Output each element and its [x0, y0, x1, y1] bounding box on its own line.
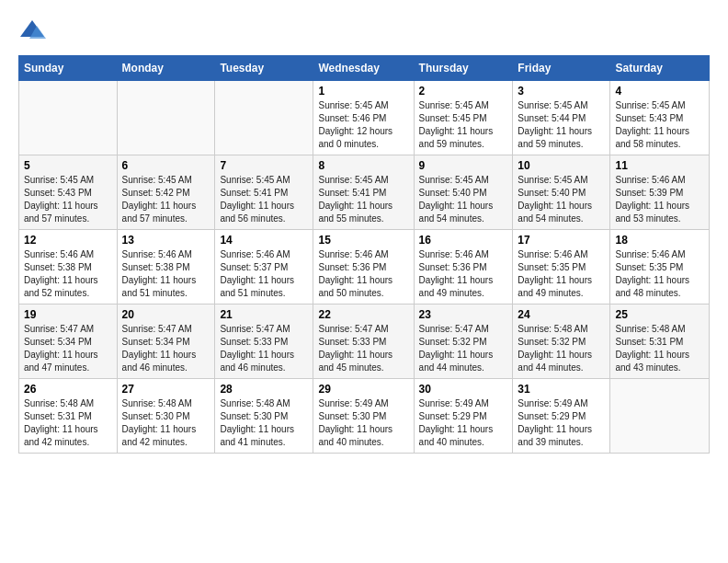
calendar-cell: 29Sunrise: 5:49 AMSunset: 5:30 PMDayligh…: [313, 379, 414, 454]
calendar-cell: 10Sunrise: 5:45 AMSunset: 5:40 PMDayligh…: [513, 155, 610, 230]
calendar-cell: 2Sunrise: 5:45 AMSunset: 5:45 PMDaylight…: [414, 81, 513, 155]
day-number: 31: [518, 383, 605, 396]
calendar-cell: 26Sunrise: 5:48 AMSunset: 5:31 PMDayligh…: [19, 379, 118, 454]
day-info: Sunrise: 5:47 AMSunset: 5:34 PMDaylight:…: [122, 323, 210, 374]
day-info: Sunrise: 5:45 AMSunset: 5:46 PMDaylight:…: [318, 99, 408, 151]
calendar-cell: 25Sunrise: 5:48 AMSunset: 5:31 PMDayligh…: [610, 304, 710, 379]
calendar-cell: 18Sunrise: 5:46 AMSunset: 5:35 PMDayligh…: [610, 230, 710, 304]
day-number: 7: [220, 159, 308, 172]
day-info: Sunrise: 5:47 AMSunset: 5:33 PMDaylight:…: [220, 323, 308, 374]
calendar-week-row: 1Sunrise: 5:45 AMSunset: 5:46 PMDaylight…: [19, 81, 710, 155]
calendar-cell: 3Sunrise: 5:45 AMSunset: 5:44 PMDaylight…: [513, 81, 610, 155]
weekday-header-saturday: Saturday: [610, 56, 710, 81]
day-number: 29: [318, 383, 408, 396]
day-info: Sunrise: 5:45 AMSunset: 5:44 PMDaylight:…: [518, 99, 605, 151]
calendar-cell: 14Sunrise: 5:46 AMSunset: 5:37 PMDayligh…: [215, 230, 313, 304]
weekday-header-sunday: Sunday: [19, 56, 118, 81]
calendar-header-row: SundayMondayTuesdayWednesdayThursdayFrid…: [19, 56, 710, 81]
page-header: [18, 18, 710, 46]
calendar-cell: 22Sunrise: 5:47 AMSunset: 5:33 PMDayligh…: [313, 304, 414, 379]
day-info: Sunrise: 5:47 AMSunset: 5:32 PMDaylight:…: [419, 323, 508, 374]
day-info: Sunrise: 5:45 AMSunset: 5:40 PMDaylight:…: [419, 174, 508, 225]
day-number: 21: [220, 308, 308, 321]
day-info: Sunrise: 5:48 AMSunset: 5:31 PMDaylight:…: [615, 323, 704, 374]
day-number: 12: [24, 234, 112, 247]
day-info: Sunrise: 5:45 AMSunset: 5:40 PMDaylight:…: [518, 174, 605, 225]
day-info: Sunrise: 5:49 AMSunset: 5:29 PMDaylight:…: [419, 397, 508, 449]
day-info: Sunrise: 5:45 AMSunset: 5:41 PMDaylight:…: [318, 174, 408, 225]
calendar-cell: 1Sunrise: 5:45 AMSunset: 5:46 PMDaylight…: [313, 81, 414, 155]
day-number: 3: [518, 85, 605, 98]
day-info: Sunrise: 5:45 AMSunset: 5:41 PMDaylight:…: [220, 174, 308, 225]
day-info: Sunrise: 5:45 AMSunset: 5:45 PMDaylight:…: [419, 99, 508, 151]
day-number: 30: [419, 383, 508, 396]
calendar-cell: 20Sunrise: 5:47 AMSunset: 5:34 PMDayligh…: [117, 304, 215, 379]
calendar-cell: [215, 81, 313, 155]
calendar-cell: 4Sunrise: 5:45 AMSunset: 5:43 PMDaylight…: [610, 81, 710, 155]
day-number: 22: [318, 308, 408, 321]
calendar-table: SundayMondayTuesdayWednesdayThursdayFrid…: [18, 55, 710, 454]
calendar-week-row: 26Sunrise: 5:48 AMSunset: 5:31 PMDayligh…: [19, 379, 710, 454]
day-number: 8: [318, 159, 408, 172]
day-info: Sunrise: 5:46 AMSunset: 5:35 PMDaylight:…: [615, 248, 704, 300]
calendar-week-row: 5Sunrise: 5:45 AMSunset: 5:43 PMDaylight…: [19, 155, 710, 230]
calendar-cell: 28Sunrise: 5:48 AMSunset: 5:30 PMDayligh…: [215, 379, 313, 454]
calendar-cell: 23Sunrise: 5:47 AMSunset: 5:32 PMDayligh…: [414, 304, 513, 379]
calendar-cell: 7Sunrise: 5:45 AMSunset: 5:41 PMDaylight…: [215, 155, 313, 230]
day-info: Sunrise: 5:46 AMSunset: 5:36 PMDaylight:…: [318, 248, 408, 300]
calendar-cell: 6Sunrise: 5:45 AMSunset: 5:42 PMDaylight…: [117, 155, 215, 230]
day-info: Sunrise: 5:49 AMSunset: 5:30 PMDaylight:…: [318, 397, 408, 449]
day-number: 1: [318, 85, 408, 98]
day-number: 2: [419, 85, 508, 98]
day-number: 18: [615, 234, 704, 247]
day-info: Sunrise: 5:46 AMSunset: 5:39 PMDaylight:…: [615, 174, 704, 225]
day-info: Sunrise: 5:48 AMSunset: 5:32 PMDaylight:…: [518, 323, 605, 374]
day-number: 25: [615, 308, 704, 321]
day-number: 28: [220, 383, 308, 396]
calendar-cell: 24Sunrise: 5:48 AMSunset: 5:32 PMDayligh…: [513, 304, 610, 379]
calendar-cell: 12Sunrise: 5:46 AMSunset: 5:38 PMDayligh…: [19, 230, 118, 304]
calendar-week-row: 12Sunrise: 5:46 AMSunset: 5:38 PMDayligh…: [19, 230, 710, 304]
calendar-cell: 11Sunrise: 5:46 AMSunset: 5:39 PMDayligh…: [610, 155, 710, 230]
day-info: Sunrise: 5:46 AMSunset: 5:35 PMDaylight:…: [518, 248, 605, 300]
calendar-cell: 27Sunrise: 5:48 AMSunset: 5:30 PMDayligh…: [117, 379, 215, 454]
weekday-header-friday: Friday: [513, 56, 610, 81]
day-info: Sunrise: 5:46 AMSunset: 5:38 PMDaylight:…: [122, 248, 210, 300]
day-info: Sunrise: 5:48 AMSunset: 5:30 PMDaylight:…: [122, 397, 210, 449]
calendar-cell: 8Sunrise: 5:45 AMSunset: 5:41 PMDaylight…: [313, 155, 414, 230]
day-number: 9: [419, 159, 508, 172]
calendar-cell: 9Sunrise: 5:45 AMSunset: 5:40 PMDaylight…: [414, 155, 513, 230]
day-info: Sunrise: 5:46 AMSunset: 5:37 PMDaylight:…: [220, 248, 308, 300]
day-number: 24: [518, 308, 605, 321]
calendar-cell: 15Sunrise: 5:46 AMSunset: 5:36 PMDayligh…: [313, 230, 414, 304]
day-info: Sunrise: 5:46 AMSunset: 5:38 PMDaylight:…: [24, 248, 112, 300]
calendar-cell: [117, 81, 215, 155]
day-number: 23: [419, 308, 508, 321]
day-info: Sunrise: 5:45 AMSunset: 5:43 PMDaylight:…: [24, 174, 112, 225]
day-number: 15: [318, 234, 408, 247]
day-number: 17: [518, 234, 605, 247]
day-info: Sunrise: 5:46 AMSunset: 5:36 PMDaylight:…: [419, 248, 508, 300]
day-number: 4: [615, 85, 704, 98]
calendar-cell: 5Sunrise: 5:45 AMSunset: 5:43 PMDaylight…: [19, 155, 118, 230]
day-info: Sunrise: 5:48 AMSunset: 5:30 PMDaylight:…: [220, 397, 308, 449]
day-number: 5: [24, 159, 112, 172]
day-number: 16: [419, 234, 508, 247]
calendar-cell: [19, 81, 118, 155]
day-number: 27: [122, 383, 210, 396]
day-info: Sunrise: 5:49 AMSunset: 5:29 PMDaylight:…: [518, 397, 605, 449]
day-info: Sunrise: 5:47 AMSunset: 5:34 PMDaylight:…: [24, 323, 112, 374]
weekday-header-monday: Monday: [117, 56, 215, 81]
day-number: 14: [220, 234, 308, 247]
day-info: Sunrise: 5:45 AMSunset: 5:43 PMDaylight:…: [615, 99, 704, 151]
calendar-cell: 19Sunrise: 5:47 AMSunset: 5:34 PMDayligh…: [19, 304, 118, 379]
day-number: 13: [122, 234, 210, 247]
calendar-week-row: 19Sunrise: 5:47 AMSunset: 5:34 PMDayligh…: [19, 304, 710, 379]
day-info: Sunrise: 5:45 AMSunset: 5:42 PMDaylight:…: [122, 174, 210, 225]
day-number: 26: [24, 383, 112, 396]
calendar-cell: 21Sunrise: 5:47 AMSunset: 5:33 PMDayligh…: [215, 304, 313, 379]
calendar-cell: 17Sunrise: 5:46 AMSunset: 5:35 PMDayligh…: [513, 230, 610, 304]
day-number: 20: [122, 308, 210, 321]
weekday-header-wednesday: Wednesday: [313, 56, 414, 81]
calendar-cell: [610, 379, 710, 454]
